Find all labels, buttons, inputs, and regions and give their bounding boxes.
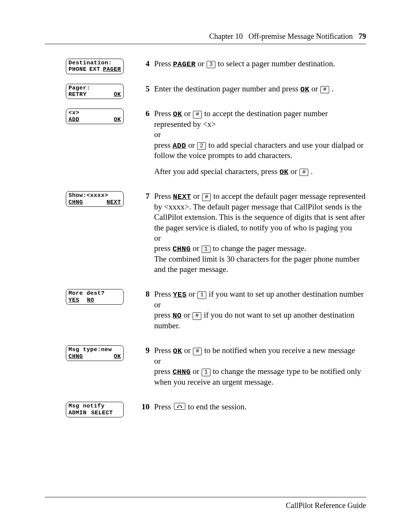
key-hash: # [193,348,202,355]
svg-point-0 [177,407,178,408]
softkey-ok: OK [173,110,182,118]
softkey-pager: PAGER [173,60,196,69]
softkey-chng: CHNG [172,368,191,376]
step-5: Pager: RETRY OK 5 Enter the destination … [45,84,366,100]
step-6: <x> ADD OK 6 Press OK or # to accept the… [45,109,366,182]
step-text: Press NEXT or # to accept the default pa… [152,191,366,280]
step-number: 4 [134,59,152,69]
key-hash: # [193,111,202,118]
step-number: 7 [134,191,152,201]
softkey-add: ADD [172,142,186,150]
key-hash: # [299,169,308,176]
key-1: 1 [198,291,206,299]
softkey-next: NEXT [173,193,191,201]
softkey-chng: CHNG [172,245,191,253]
step-number: 9 [134,345,152,355]
step-10: Msg notify ADMIN SELECT 10 Press to end … [45,402,366,417]
step-text: Enter the destination pager number and p… [152,84,366,100]
footer-text: CallPilot Reference Guide [286,501,366,510]
key-1: 1 [202,246,210,253]
step-number: 6 [134,109,152,118]
softkey-no: NO [172,312,182,320]
svg-point-1 [181,407,182,408]
step-text: Press OK or # to be notified when you re… [152,345,366,393]
page-header: Chapter 10 Off-premise Message Notificat… [45,32,366,44]
softkey-ok: OK [173,347,182,355]
lcd-display: <x> ADD OK [66,109,124,124]
key-2: 2 [197,142,206,150]
step-text: Press PAGER or 3 to select a pager numbe… [152,59,366,75]
step-text: Press YES or 1 if you want to set up ano… [152,289,366,336]
step-7: Show:<xxxx> CHNG NEXT 7 Press NEXT or # … [45,191,366,280]
key-hash: # [320,86,329,93]
lcd-display: Pager: RETRY OK [66,84,124,99]
page-footer: CallPilot Reference Guide [45,497,366,510]
step-4: Destination: PHONE EXT PAGER 4 Press PAG… [45,59,366,75]
page-number: 79 [358,32,366,40]
lcd-display: Destination: PHONE EXT PAGER [66,59,124,74]
key-1: 1 [202,369,210,376]
document-page: Chapter 10 Off-premise Message Notificat… [0,0,411,532]
key-hash: # [193,312,201,320]
step-8: More dest? YES NO 8 Press YES or 1 if yo… [45,289,366,336]
key-3: 3 [207,61,215,68]
step-text: Press to end the session. [152,402,366,417]
step-text: Press OK or # to accept the destination … [152,109,366,182]
chapter-label: Chapter 10 [209,32,243,40]
lcd-display: Msg type:new CHNG OK [66,345,124,361]
softkey-ok: OK [279,168,288,176]
step-number: 5 [134,84,152,94]
step-9: Msg type:new CHNG OK 9 Press OK or # to … [45,345,366,393]
step-number: 8 [134,289,152,299]
lcd-display: Msg notify ADMIN SELECT [66,402,124,417]
key-hash: # [202,193,211,201]
softkey-yes: YES [173,291,187,299]
content-area: Destination: PHONE EXT PAGER 4 Press PAG… [45,59,366,418]
chapter-title: Off-premise Message Notification [249,32,353,40]
lcd-display: More dest? YES NO [66,289,124,305]
softkey-ok: OK [300,85,309,94]
lcd-display: Show:<xxxx> CHNG NEXT [66,191,124,207]
release-key-icon [174,403,185,410]
step-number: 10 [134,402,152,412]
